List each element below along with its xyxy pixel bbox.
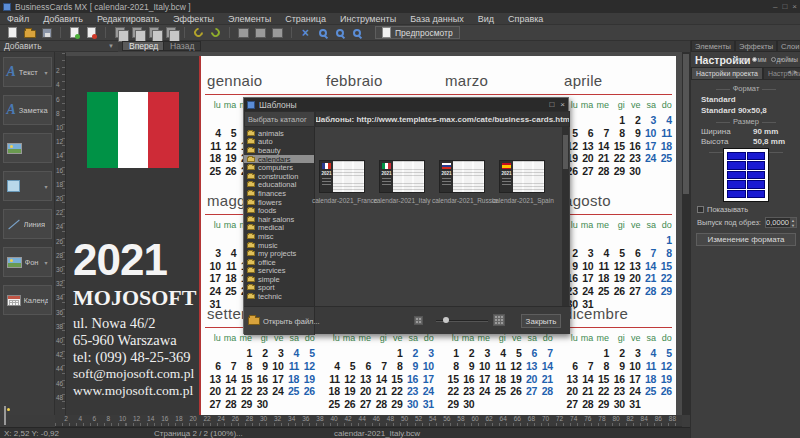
scrollbar-thumb[interactable] xyxy=(563,135,568,169)
dialog-maximize-icon[interactable]: □ xyxy=(549,100,554,109)
menu-bar: ФайлДобавитьРедактироватьЭффектыЭлементы… xyxy=(0,13,800,25)
subtab-scroll-arrows[interactable]: ◄► xyxy=(786,69,800,75)
dialog-close-icon[interactable]: × xyxy=(560,100,565,109)
duplicate-page-button[interactable] xyxy=(162,26,179,40)
folder-item-foods[interactable]: foods xyxy=(244,206,314,215)
folder-item-educational[interactable]: educational xyxy=(244,181,314,190)
card-company-text[interactable]: MOJOSOFT xyxy=(73,285,196,311)
folder-item-beauty[interactable]: beauty xyxy=(244,146,314,155)
slider-handle[interactable] xyxy=(443,317,449,323)
text-tool[interactable]: АТекст▾ xyxy=(3,57,52,87)
open-button[interactable] xyxy=(21,26,38,40)
folder-item-hair-salons[interactable]: hair salons xyxy=(244,215,314,224)
maximize-icon[interactable]: □ xyxy=(782,2,787,11)
undo-button[interactable] xyxy=(190,26,207,40)
folder-item-auto[interactable]: auto xyxy=(244,138,314,147)
thumbnail-size-small-icon[interactable] xyxy=(414,316,423,325)
zoom-100-button[interactable] xyxy=(331,26,348,40)
menu-item[interactable]: Элементы xyxy=(221,14,278,24)
canvas-vertical-scrollbar[interactable] xyxy=(682,52,690,415)
menu-item[interactable]: Редактировать xyxy=(90,14,166,24)
minimize-icon[interactable]: – xyxy=(773,2,777,11)
delete-page-button[interactable] xyxy=(83,26,100,40)
line-tool[interactable]: Линия xyxy=(3,209,52,239)
folder-item-simple[interactable]: simple xyxy=(244,275,314,284)
folder-item-animals[interactable]: animals xyxy=(244,129,314,138)
template-thumbnail-calendar-2021_France[interactable]: 2021 xyxy=(319,160,365,193)
folder-item-music[interactable]: music xyxy=(244,241,314,250)
folder-item-my-projects[interactable]: my projects xyxy=(244,249,314,258)
folder-item-services[interactable]: services xyxy=(244,267,314,276)
bleed-value-spinner[interactable]: 0,0000 ▲▼ xyxy=(765,217,797,228)
tab-back-side[interactable]: Назад xyxy=(163,41,201,51)
add-page-button[interactable] xyxy=(66,26,83,40)
image-tool[interactable] xyxy=(3,133,52,163)
panel-tab-Слои[interactable]: Слои xyxy=(777,40,800,52)
folder-item-misc[interactable]: misc xyxy=(244,232,314,241)
thumbnail-size-large-icon[interactable] xyxy=(493,314,505,326)
templates-url[interactable]: Шаблоны: http://www.templates-max.com/ca… xyxy=(315,111,570,127)
template-thumbnail-calendar-2021_Russia[interactable]: 2021 xyxy=(439,160,485,193)
dialog-title-bar[interactable]: Шаблоны □ × xyxy=(244,98,568,111)
redo-button[interactable] xyxy=(207,26,224,40)
unit-radio-мм[interactable]: мм xyxy=(752,56,767,63)
panel-tab-Эффекты[interactable]: Эффекты xyxy=(735,40,777,52)
card-left-panel[interactable]: 2021 MOJOSOFT ul. Nowa 46/265-960 Warsza… xyxy=(66,56,199,415)
italy-flag-image[interactable] xyxy=(87,92,179,168)
folder-item-finances[interactable]: finances xyxy=(244,189,314,198)
copy-page-button[interactable] xyxy=(111,26,128,40)
scrollbar-thumb[interactable] xyxy=(683,54,689,194)
tab-project-settings[interactable]: Настройки проекта xyxy=(691,67,763,80)
zoom-out-button[interactable] xyxy=(348,26,365,40)
thumbnails-scrollbar[interactable] xyxy=(562,127,569,306)
calendar-tool[interactable]: Календарь xyxy=(3,285,52,315)
calendar-day: 8 xyxy=(656,247,672,259)
card-address-text[interactable]: ul. Nowa 46/265-960 Warszawatel: (099) 4… xyxy=(73,315,191,366)
folder-item-technic[interactable]: technic xyxy=(244,292,314,301)
card-contact-text[interactable]: soft@mojosoft.com.plwww.mojosoft.com.pl xyxy=(73,366,194,399)
folder-item-construction[interactable]: construction xyxy=(244,172,314,181)
save-button[interactable] xyxy=(38,26,55,40)
arrange-button-2[interactable] xyxy=(252,26,269,40)
arrange-button-1[interactable] xyxy=(235,26,252,40)
menu-item[interactable]: Эффекты xyxy=(166,14,221,24)
preview-button[interactable]: Предпросмотр xyxy=(375,26,460,39)
note-tool[interactable]: AЗаметка xyxy=(3,95,52,125)
folder-item-calendars[interactable]: calendars xyxy=(244,155,314,164)
dialog-close-button[interactable]: Закрыть xyxy=(521,314,561,328)
shape-tool[interactable]: ▾ xyxy=(3,171,52,201)
menu-item[interactable]: Страница xyxy=(278,14,333,24)
clipart-tool-icon[interactable] xyxy=(4,406,6,425)
zoom-fit-button[interactable]: × xyxy=(297,26,314,40)
unit-radio-дюймы[interactable]: дюймы xyxy=(771,56,798,63)
add-panel-header[interactable]: Добавить ▼ xyxy=(0,41,118,52)
menu-item[interactable]: Добавить xyxy=(36,14,90,24)
show-bleed-checkbox[interactable] xyxy=(697,206,704,213)
calendar-day: 10 xyxy=(640,127,656,139)
open-file-button[interactable]: Открыть файл... xyxy=(244,307,315,335)
folder-item-sport[interactable]: sport xyxy=(244,284,314,293)
card-year-text[interactable]: 2021 xyxy=(73,236,195,284)
folder-item-medical[interactable]: medical xyxy=(244,224,314,233)
zoom-in-button[interactable] xyxy=(314,26,331,40)
spinner-arrows-icon[interactable]: ▲▼ xyxy=(790,218,796,227)
arrange-button-3[interactable] xyxy=(269,26,286,40)
menu-item[interactable]: Справка xyxy=(501,14,550,24)
menu-item[interactable]: Инструменты xyxy=(333,14,403,24)
folder-item-office[interactable]: office xyxy=(244,258,314,267)
background-tool[interactable]: Фон▾ xyxy=(3,247,52,277)
template-thumbnail-calendar-2021_Italy[interactable]: 2021 xyxy=(379,160,425,193)
menu-item[interactable]: Вид xyxy=(471,14,501,24)
paste-page-button[interactable] xyxy=(145,26,162,40)
cut-page-button[interactable] xyxy=(128,26,145,40)
panel-tab-Элементы[interactable]: Элементы xyxy=(691,40,735,52)
menu-item[interactable]: Файл xyxy=(0,14,36,24)
template-thumbnail-calendar-2021_Spain[interactable]: 2021 xyxy=(499,160,545,193)
folder-item-flowers[interactable]: flowers xyxy=(244,198,314,207)
unit-radio-см[interactable]: см xyxy=(734,56,748,63)
folder-item-computers[interactable]: computers xyxy=(244,163,314,172)
close-icon[interactable]: × xyxy=(792,2,797,11)
change-format-button[interactable]: Изменение формата xyxy=(696,233,796,246)
menu-item[interactable]: База данных xyxy=(403,14,471,24)
new-document-button[interactable] xyxy=(4,26,21,40)
